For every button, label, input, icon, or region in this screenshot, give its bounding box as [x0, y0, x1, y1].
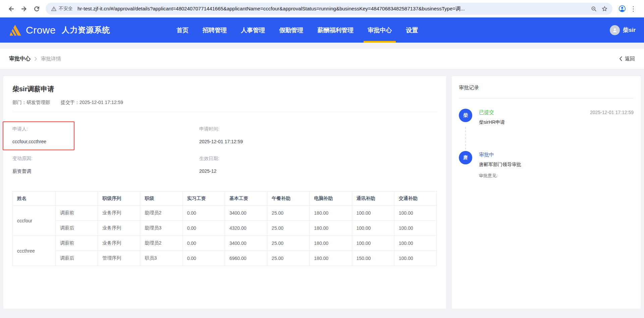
- address-bar[interactable]: 不安全 hr-test.zjf-it.cn/#/approval/details…: [46, 3, 612, 15]
- cell-grade: 职员3: [140, 251, 182, 266]
- timeline-entry-head: 审批中: [479, 151, 634, 158]
- approver-avatar: 柴: [459, 109, 472, 122]
- nav-item-home[interactable]: 首页: [176, 17, 189, 43]
- col-computer-subsidy: 电脑补助: [310, 192, 352, 206]
- field-effective-date: 生效日期: 2025-12: [199, 155, 273, 174]
- crowe-logo-icon: [8, 24, 22, 36]
- timeline-entry-submitted: 柴 已提交 2025-12-01 17:12:59 柴sirHR申请: [459, 109, 634, 125]
- cell-computer: 180.00: [310, 206, 352, 221]
- cell-stage: 调薪前: [56, 236, 98, 251]
- cell-stage: 调薪前: [56, 206, 98, 221]
- cell-stage: 调薪后: [56, 251, 98, 266]
- field-apply-time: 申请时间: 2025-12-01 17:12:59: [199, 125, 273, 145]
- timeline-entry-in-review: 唐 审批中 唐郦军部门领导审批 审批意见:: [459, 151, 634, 179]
- table-row: 调薪后 业务序列 助理员3 0.00 4320.00 25.00 180.00 …: [13, 221, 437, 236]
- cell-grade: 助理员2: [140, 206, 182, 221]
- col-transport-subsidy: 交通补助: [394, 192, 436, 206]
- bookmark-star-icon[interactable]: [599, 3, 610, 14]
- back-button-label: 返回: [625, 56, 635, 62]
- user-name: 柴sir: [623, 26, 636, 34]
- cell-lunch: 25.00: [267, 221, 310, 236]
- browser-profile-icon[interactable]: [616, 2, 629, 15]
- cell-transport: 100.00: [394, 221, 436, 236]
- department-value: 研发管理部: [26, 100, 50, 105]
- approval-log-card: 审批记录 柴 已提交 2025-12-01 17:12:59 柴sirHR申请: [452, 76, 641, 309]
- url-text[interactable]: hr-test.zjf-it.cn/#/approval/details?app…: [77, 6, 588, 12]
- cell-telecom: 100.00: [352, 221, 394, 236]
- browser-menu-icon[interactable]: ⋮: [629, 5, 639, 12]
- cell-sequence: 业务序列: [98, 236, 140, 251]
- col-grade: 职级: [140, 192, 182, 206]
- timeline-entry-head: 已提交 2025-12-01 17:12:59: [479, 109, 634, 116]
- cell-grade: 助理员3: [140, 221, 182, 236]
- timeline-description: 唐郦军部门领导审批: [479, 161, 634, 168]
- security-label: 不安全: [59, 6, 73, 12]
- timeline-entry-body: 已提交 2025-12-01 17:12:59 柴sirHR申请: [479, 109, 634, 125]
- cell-sequence: 管理序列: [98, 251, 140, 266]
- back-button[interactable]: 返回: [619, 56, 635, 62]
- cell-base-salary: 4320.00: [225, 221, 267, 236]
- submitted-meta: 提交于：2025-12-01 17:12:59: [61, 99, 123, 106]
- approval-timeline: 柴 已提交 2025-12-01 17:12:59 柴sirHR申请 唐: [459, 109, 634, 179]
- nav-item-attendance[interactable]: 假勤管理: [278, 17, 304, 43]
- browser-back-icon[interactable]: [5, 2, 17, 15]
- status-badge: 审批中: [479, 151, 494, 158]
- cell-base-salary: 6960.00: [225, 251, 267, 266]
- breadcrumb-root[interactable]: 审批中心: [9, 55, 31, 62]
- application-fields: 申请人: cccfour,cccthree 申请时间: 2025-12-01 1…: [12, 125, 437, 174]
- browser-reload-icon[interactable]: [30, 2, 43, 15]
- cell-intern-salary: 0.00: [182, 206, 225, 221]
- department-meta: 部门：研发管理部: [12, 99, 50, 106]
- col-grade-sequence: 职级序列: [98, 192, 140, 206]
- cell-transport: 100.00: [394, 236, 436, 251]
- nav-item-recruiting[interactable]: 招聘管理: [202, 17, 227, 43]
- approval-log-title: 审批记录: [459, 84, 634, 91]
- cell-sequence: 业务序列: [98, 206, 140, 221]
- nav-item-personnel[interactable]: 人事管理: [240, 17, 266, 43]
- nav-item-approval-center[interactable]: 审批中心: [367, 17, 392, 43]
- breadcrumb-bar: 审批中心 审批详情 返回: [0, 49, 644, 69]
- cell-base-salary: 3400.00: [225, 206, 267, 221]
- col-telecom-subsidy: 通讯补助: [352, 192, 394, 206]
- cell-transport: 100.00: [394, 206, 436, 221]
- employee-name: cccfour: [13, 206, 56, 236]
- change-reason-value: 薪资普调: [12, 168, 86, 174]
- col-intern-salary: 实习工资: [182, 192, 225, 206]
- browser-forward-icon[interactable]: [17, 2, 30, 15]
- employee-name: cccthree: [13, 236, 56, 266]
- effective-date-value: 2025-12: [199, 168, 273, 174]
- table-row: cccfour 调薪前 业务序列 助理员2 0.00 3400.00 25.00…: [13, 206, 437, 221]
- user-avatar-icon: [610, 25, 620, 35]
- app-logo[interactable]: Crowe 人力资源系统: [8, 24, 110, 36]
- apply-time-label: 申请时间:: [199, 125, 273, 132]
- cell-sequence: 业务序列: [98, 221, 140, 236]
- screen: 不安全 hr-test.zjf-it.cn/#/approval/details…: [0, 0, 644, 318]
- cell-telecom: 150.00: [352, 251, 394, 266]
- header-user[interactable]: 柴sir: [610, 25, 636, 35]
- nav-item-compensation[interactable]: 薪酬福利管理: [317, 17, 354, 43]
- nav-item-settings[interactable]: 设置: [405, 17, 419, 43]
- change-reason-label: 变动原因:: [12, 155, 86, 162]
- table-row: 调薪后 管理序列 职员3 0.00 6960.00 25.00 180.00 1…: [13, 251, 437, 266]
- approval-comment-label: 审批意见:: [479, 173, 634, 179]
- chevron-left-icon: [619, 56, 623, 61]
- app-header: Crowe 人力资源系统 首页 招聘管理 人事管理 假勤管理 薪酬福利管理 审批…: [0, 17, 644, 43]
- applicant-label: 申请人:: [12, 125, 86, 132]
- col-lunch-subsidy: 午餐补助: [267, 192, 310, 206]
- table-row: cccthree 调薪前 业务序列 助理员2 0.00 3400.00 25.0…: [13, 236, 437, 251]
- brand-name: Crowe: [26, 24, 56, 36]
- cell-computer: 180.00: [310, 221, 352, 236]
- cell-computer: 180.00: [310, 251, 352, 266]
- security-chip[interactable]: 不安全: [51, 6, 73, 12]
- warning-icon: [51, 6, 57, 12]
- section-divider: [12, 112, 437, 112]
- zoom-out-icon[interactable]: [588, 3, 599, 14]
- department-label: 部门：: [12, 100, 26, 105]
- timeline-entry-body: 审批中 唐郦军部门领导审批 审批意见:: [479, 151, 634, 179]
- col-base-salary: 基本工资: [225, 192, 267, 206]
- timeline-connector: [465, 127, 634, 150]
- col-stage: [56, 192, 98, 206]
- apply-time-value: 2025-12-01 17:12:59: [199, 138, 273, 145]
- salary-adjustment-table: 姓名 职级序列 职级 实习工资 基本工资 午餐补助 电脑补助 通讯补助 交通补助: [12, 191, 437, 266]
- cell-lunch: 25.00: [267, 206, 310, 221]
